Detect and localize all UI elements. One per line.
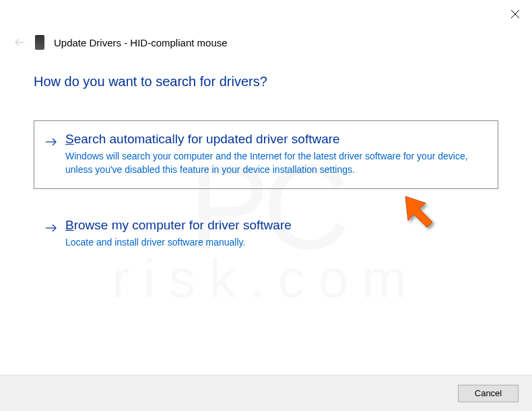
page-heading: How do you want to search for drivers? <box>34 74 498 89</box>
window-title: Update Drivers - HID-compliant mouse <box>54 37 228 48</box>
option-search-automatically[interactable]: Search automatically for updated driver … <box>34 120 498 189</box>
option-title: Search automatically for updated driver … <box>65 132 484 147</box>
back-button <box>13 36 26 48</box>
option-text-block: Browse my computer for driver software L… <box>65 218 484 250</box>
dialog-footer: Cancel <box>0 375 532 411</box>
cancel-button[interactable]: Cancel <box>458 385 519 402</box>
option-description: Windows will search your computer and th… <box>65 150 484 176</box>
option-description: Locate and install driver software manua… <box>65 236 484 250</box>
option-title: Browse my computer for driver software <box>65 218 484 233</box>
wizard-header: Update Drivers - HID-compliant mouse <box>13 35 228 50</box>
main-content: How do you want to search for drivers? S… <box>34 74 498 280</box>
arrow-right-icon <box>44 135 59 149</box>
close-icon <box>510 9 520 19</box>
option-browse-computer[interactable]: Browse my computer for driver software L… <box>34 207 498 262</box>
device-icon <box>35 35 44 50</box>
arrow-right-icon <box>44 221 59 235</box>
option-text-block: Search automatically for updated driver … <box>65 132 484 176</box>
close-button[interactable] <box>510 9 520 19</box>
back-arrow-icon <box>13 36 26 48</box>
